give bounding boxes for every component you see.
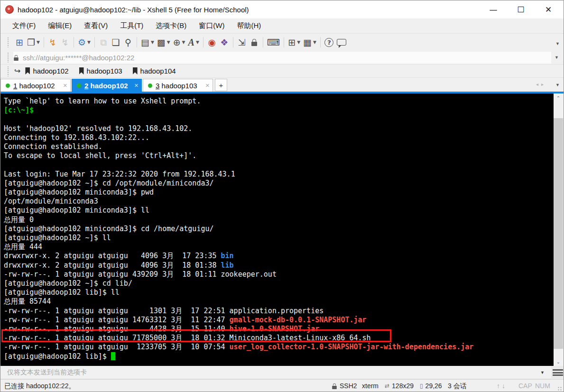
color-scheme-icon[interactable]: ▩▼: [156, 36, 172, 49]
dropdown-caret-icon[interactable]: ▼: [297, 40, 300, 45]
scrollbar-thumb[interactable]: [554, 118, 563, 349]
connect-icon[interactable]: ↯: [46, 36, 59, 49]
open-sessions-icon[interactable]: ↪: [14, 66, 20, 75]
scroll-indicator-arrows: ↑ ↓: [497, 382, 505, 390]
new-session-icon[interactable]: ⊞: [13, 36, 26, 49]
tab-list-caret[interactable]: ▼: [555, 83, 560, 87]
dropdown-caret-icon[interactable]: ▼: [151, 40, 154, 45]
tab-close-icon[interactable]: ✕: [63, 83, 67, 89]
disconnect-icon[interactable]: ↯: [59, 36, 71, 49]
lock-icon[interactable]: [248, 36, 260, 49]
send-mode-caret[interactable]: ▼: [540, 370, 545, 375]
paste-icon[interactable]: ❏: [110, 36, 122, 49]
menu-item[interactable]: 查看(V): [78, 19, 114, 33]
dropdown-caret-icon[interactable]: ▼: [37, 40, 40, 45]
dropdown-caret-icon[interactable]: ▼: [87, 40, 91, 45]
toolbar-separator: [74, 37, 74, 47]
terminal-line: Type `help' to learn how to use Xshell p…: [4, 97, 554, 106]
terminal-scrollbar[interactable]: ⌃ ⌄: [554, 93, 563, 366]
tab-3-hadoop103[interactable]: 3 hadoop103✕: [143, 79, 213, 92]
menu-item[interactable]: 帮助(H): [231, 19, 267, 33]
menu-item[interactable]: 工具(T): [114, 19, 149, 33]
dropdown-caret-icon[interactable]: ▼: [182, 40, 185, 45]
session-bookmark-hadoop102[interactable]: hadoop102: [25, 67, 68, 75]
tab-bar: 1 hadoop102✕2 hadoop102✕3 hadoop103✕+ ◂▸…: [0, 78, 564, 93]
xftp-icon[interactable]: ❖: [218, 36, 231, 49]
terminal-screen[interactable]: Type `help' to learn how to use Xshell p…: [0, 93, 554, 366]
terminal-line: -rw-rw-r--. 1 atguigu atguigu 14763312 3…: [4, 316, 554, 325]
menu-item[interactable]: 文件(F): [6, 19, 42, 33]
send-text-placeholder: 仅将文本发送到当前选项卡: [7, 368, 87, 377]
feedback-icon[interactable]: [335, 36, 348, 49]
toolbar-overflow-caret[interactable]: ▼: [555, 41, 560, 46]
tile-layout-icon[interactable]: ▦▼: [302, 36, 318, 49]
cursor-position-icon: ▯: [420, 383, 423, 389]
session-bar-grip[interactable]: [7, 66, 9, 76]
tab-1-hadoop102[interactable]: 1 hadoop102✕: [0, 79, 71, 92]
terminal-line: [atguigu@hadoop102 lib]$: [4, 352, 554, 361]
toolbar-separator: [233, 37, 233, 47]
terminal-line: /opt/module/miniconda3: [4, 197, 554, 206]
terminal-line: 总用量 85744: [4, 297, 554, 306]
close-button[interactable]: ✕: [542, 3, 555, 16]
terminal-line: [c:\~]$: [4, 106, 554, 115]
font-icon[interactable]: A▼: [187, 36, 201, 49]
find-icon[interactable]: ⚲: [122, 36, 134, 49]
terminal-line: To escape to local shell, press 'Ctrl+Al…: [4, 151, 554, 160]
bookmark-icon: [25, 67, 30, 75]
terminal-line: -rw-rw-r--. 1 atguigu atguigu 1233705 3月…: [4, 343, 554, 352]
title-bar: hadoop102 - atguigu@hadoop102:~/lib - Xs…: [0, 0, 564, 19]
terminal-line: [atguigu@hadoop102 ~]$ cd lib/: [4, 279, 554, 288]
tab-2-hadoop102[interactable]: 2 hadoop102✕: [72, 79, 142, 92]
terminal-line: [atguigu@hadoop102 miniconda3]$ pwd: [4, 188, 554, 197]
bookmark-icon: [133, 67, 138, 75]
session-bookmark-hadoop104[interactable]: hadoop104: [133, 67, 176, 75]
send-text-input[interactable]: 仅将文本发送到当前选项卡 ▼: [0, 366, 551, 379]
toolbar-grip[interactable]: [7, 37, 9, 47]
terminal-line: 总用量 0: [4, 215, 554, 224]
open-session-icon[interactable]: ❐▼: [26, 36, 41, 49]
terminal-line: -rw-rw-r--. 1 atguigu atguigu 1301 3月 17…: [4, 307, 554, 316]
terminal-line: [atguigu@hadoop102 miniconda3]$ cd /home…: [4, 224, 554, 233]
menu-item[interactable]: 选项卡(B): [149, 19, 193, 33]
dropdown-caret-icon[interactable]: ▼: [313, 40, 316, 45]
session-bookmark-hadoop103[interactable]: hadoop103: [79, 67, 122, 75]
session-bookmark-label: hadoop103: [87, 67, 122, 75]
terminal-line: -rw-rw-r--. 1 atguigu atguigu 439209 3月 …: [4, 270, 554, 279]
toolbar-separator: [263, 37, 263, 47]
scroll-up-icon[interactable]: ⌃: [554, 93, 563, 102]
new-tab-icon[interactable]: ⊞▼: [287, 36, 302, 49]
maximize-button[interactable]: ☐: [514, 3, 527, 16]
session-bar: ↪ hadoop102hadoop103hadoop104: [0, 65, 564, 78]
tab-scroll-arrows[interactable]: ◂▸: [536, 82, 546, 87]
dropdown-caret-icon[interactable]: ▼: [196, 40, 199, 45]
scroll-down-icon[interactable]: ⌄: [554, 357, 563, 366]
tab-close-icon[interactable]: ✕: [205, 83, 210, 89]
new-tab-button[interactable]: +: [215, 79, 227, 91]
session-count-label: 3 会话: [448, 382, 467, 391]
session-properties-icon[interactable]: ⚙▼: [76, 36, 92, 49]
address-bar-grip[interactable]: [7, 52, 9, 63]
help-icon[interactable]: ?: [323, 36, 335, 49]
copy-icon[interactable]: ⧉: [97, 36, 110, 49]
tab-close-icon[interactable]: ✕: [134, 83, 139, 89]
terminal-line: -rw-rw-r--. 1 atguigu atguigu 4428 3月 15…: [4, 325, 554, 334]
protocol-lock-icon: [332, 386, 337, 389]
dropdown-caret-icon[interactable]: ▼: [167, 40, 170, 45]
minimize-button[interactable]: —: [487, 3, 500, 16]
menu-item[interactable]: 编辑(E): [42, 19, 78, 33]
address-dropdown-caret[interactable]: ▼: [555, 55, 559, 60]
terminal-line: Host 'hadoop102' resolved to 192.168.43.…: [4, 124, 554, 133]
web-browser-icon[interactable]: ⊕▼: [172, 36, 187, 49]
xshell-icon[interactable]: ◉: [206, 36, 218, 49]
print-icon[interactable]: ▤▼: [139, 36, 156, 49]
tab-label: 2 hadoop102: [84, 82, 128, 90]
send-menu-icon[interactable]: [553, 367, 563, 378]
menu-item[interactable]: 窗口(W): [193, 19, 231, 33]
resize-grip[interactable]: [557, 386, 562, 391]
xshell-window: hadoop102 - atguigu@hadoop102:~/lib - Xs…: [0, 0, 564, 392]
address-input[interactable]: ssh://atguigu:******@hadoop102:22: [13, 52, 551, 64]
toolbar-separator: [44, 37, 44, 47]
fullscreen-icon[interactable]: ⇲: [236, 36, 248, 49]
virtual-keyboard-icon[interactable]: ⌨: [266, 36, 281, 49]
